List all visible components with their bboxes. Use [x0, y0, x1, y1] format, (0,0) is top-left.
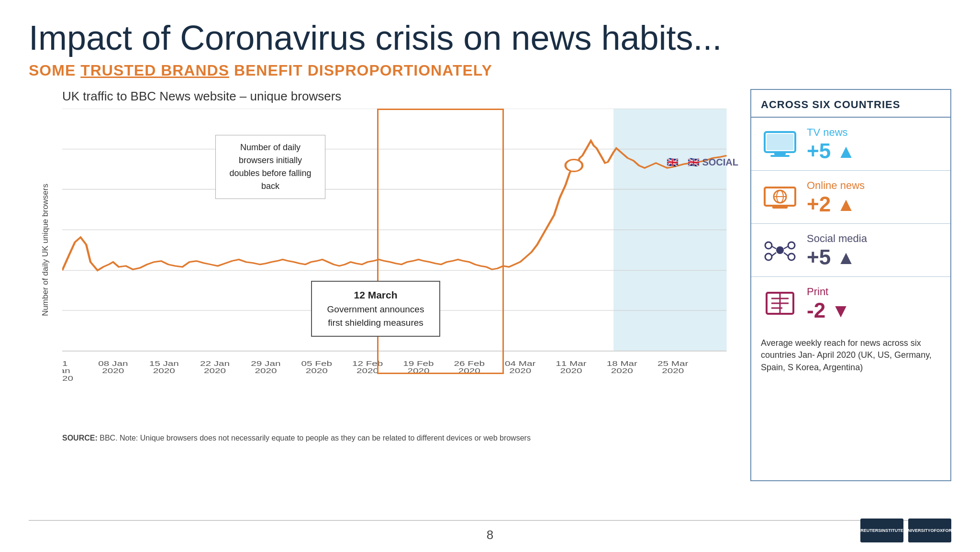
svg-text:01: 01	[62, 360, 68, 367]
main-title: Impact of Coronavirus crisis on news hab…	[29, 19, 951, 57]
panel-header-title: ACROSS SIX COUNTRIES	[761, 99, 941, 111]
svg-line-58	[784, 246, 788, 249]
svg-text:2020: 2020	[306, 367, 328, 375]
march-date: 12 March	[320, 287, 432, 303]
y-axis-label: Number of daily UK unique browsers	[41, 184, 50, 316]
svg-text:2020: 2020	[204, 367, 226, 375]
tv-value-row: +5 ▲	[807, 141, 941, 162]
svg-rect-46	[767, 134, 793, 150]
svg-text:26 Feb: 26 Feb	[454, 360, 485, 367]
svg-point-42	[566, 160, 582, 172]
svg-text:2020: 2020	[356, 367, 379, 375]
online-arrow: ▲	[836, 195, 856, 214]
march-text: Government announces first shielding mea…	[320, 303, 432, 330]
social-label-text: Social media	[807, 232, 941, 245]
svg-text:15 Jan: 15 Jan	[149, 360, 179, 367]
svg-text:2020: 2020	[62, 375, 73, 382]
svg-text:25 Mar: 25 Mar	[657, 360, 688, 367]
svg-text:29 Jan: 29 Jan	[251, 360, 280, 367]
svg-text:2020: 2020	[560, 367, 582, 375]
svg-point-56	[788, 254, 795, 260]
svg-point-52	[776, 246, 784, 254]
svg-text:2020: 2020	[662, 367, 684, 375]
reuters-logo: REUTERS INSTITUTE	[860, 519, 903, 542]
svg-text:22 Jan: 22 Jan	[200, 360, 230, 367]
svg-text:05 Feb: 05 Feb	[301, 360, 332, 367]
panel-row-social: Social media +5 ▲	[751, 224, 950, 277]
bottom-divider	[29, 520, 951, 521]
svg-rect-48	[772, 206, 788, 209]
svg-text:11 Mar: 11 Mar	[556, 360, 586, 367]
social-label: 🇬🇧 🇬🇧 SOCIAL	[667, 156, 738, 168]
tv-arrow: ▲	[836, 142, 856, 161]
print-arrow: ▼	[831, 301, 850, 320]
svg-line-57	[772, 246, 776, 249]
svg-text:Jan: Jan	[62, 367, 70, 375]
chart-svg: 30 Million 25 Million 20 Million 15 Mill…	[62, 109, 741, 396]
svg-text:08 Jan: 08 Jan	[98, 360, 128, 367]
print-icon	[761, 288, 799, 319]
svg-text:2020: 2020	[102, 367, 124, 375]
svg-text:19 Feb: 19 Feb	[403, 360, 434, 367]
social-value: +5	[807, 247, 831, 268]
svg-text:2020: 2020	[509, 367, 531, 375]
svg-text:2020: 2020	[407, 367, 429, 375]
svg-rect-45	[770, 155, 790, 157]
subtitle: SOME TRUSTED BRANDS BENEFIT DISPROPORTIO…	[29, 62, 951, 79]
svg-point-53	[765, 242, 772, 249]
panel-print-text: Print -2 ▼	[807, 286, 941, 321]
panel-social-text: Social media +5 ▲	[807, 232, 941, 268]
svg-point-54	[788, 242, 795, 249]
oxford-logo: UNIVERSITY OF OXFORD	[908, 519, 951, 542]
tv-value: +5	[807, 141, 831, 162]
panel-tv-text: TV news +5 ▲	[807, 126, 941, 162]
svg-text:2020: 2020	[611, 367, 633, 375]
logos-area: REUTERS INSTITUTE UNIVERSITY OF OXFORD	[860, 519, 951, 542]
online-value: +2	[807, 194, 831, 215]
social-icon	[761, 235, 799, 265]
panel-row-online: Online news +2 ▲	[751, 171, 950, 224]
social-value-row: +5 ▲	[807, 247, 941, 268]
panel-row-tv: TV news +5 ▲	[751, 118, 950, 171]
svg-text:04 Mar: 04 Mar	[505, 360, 535, 367]
online-value-row: +2 ▲	[807, 194, 941, 215]
online-label: Online news	[807, 179, 941, 192]
social-arrow: ▲	[836, 248, 856, 267]
content-area: UK traffic to BBC News website – unique …	[29, 89, 951, 481]
chart-wrapper: Number of daily UK unique browsers 🇬🇧 🇬🇧…	[29, 109, 741, 420]
panel-rows: TV news +5 ▲	[751, 118, 950, 330]
panel-online-text: Online news +2 ▲	[807, 179, 941, 215]
panel-footer: Average weekly reach for news across six…	[751, 330, 950, 381]
svg-rect-44	[774, 152, 786, 155]
tv-label: TV news	[807, 126, 941, 139]
page-number: 8	[487, 528, 493, 542]
online-icon	[761, 182, 799, 212]
source-text: SOURCE: BBC. Note: Unique browsers does …	[62, 434, 741, 442]
svg-text:18 Mar: 18 Mar	[607, 360, 637, 367]
svg-text:2020: 2020	[458, 367, 480, 375]
tv-icon	[761, 129, 799, 159]
svg-line-60	[784, 253, 788, 256]
svg-point-55	[765, 254, 772, 260]
svg-line-59	[772, 253, 776, 256]
chart-title: UK traffic to BBC News website – unique …	[62, 89, 741, 104]
print-value-row: -2 ▼	[807, 300, 941, 321]
slide: Impact of Coronavirus crisis on news hab…	[0, 0, 980, 552]
svg-text:12 Feb: 12 Feb	[352, 360, 383, 367]
svg-text:2020: 2020	[153, 367, 175, 375]
annotation-daily-browsers: Number of daily browsers initially doubl…	[215, 135, 325, 199]
chart-area: UK traffic to BBC News website – unique …	[29, 89, 750, 481]
print-value: -2	[807, 300, 825, 321]
panel-header: ACROSS SIX COUNTRIES	[751, 90, 950, 118]
right-panel: ACROSS SIX COUNTRIES TV news	[750, 89, 951, 481]
svg-text:2020: 2020	[255, 367, 277, 375]
print-label: Print	[807, 286, 941, 298]
annotation-12-march: 12 March Government announces first shie…	[311, 281, 440, 337]
panel-row-print: Print -2 ▼	[751, 277, 950, 330]
